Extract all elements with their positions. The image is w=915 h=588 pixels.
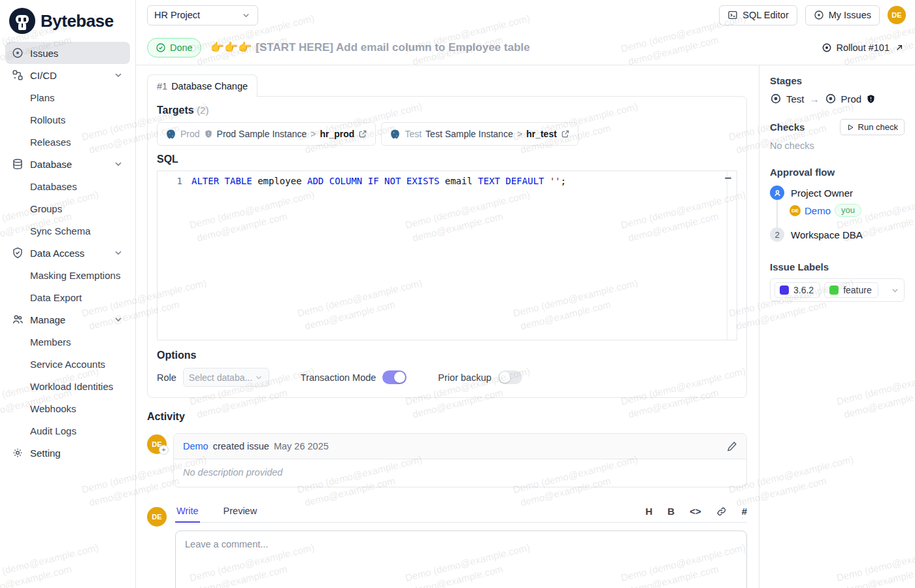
sidebar-item-plans[interactable]: Plans [5,86,130,108]
user-avatar[interactable]: DE [888,6,906,24]
plus-badge-icon: + [159,445,169,455]
sidebar-item-rollouts[interactable]: Rollouts [5,108,130,131]
users-icon [12,314,24,325]
issue-sidebar: Stages Test → Prod Checks Run check [759,65,915,588]
transaction-mode-toggle[interactable] [382,370,407,384]
sql-heading: SQL [157,154,737,165]
approver-person-icon [770,186,784,200]
app-name: Bytebase [41,11,114,31]
topbar: HR Project SQL Editor My Issues DE [136,0,915,30]
options-heading: Options [157,350,737,361]
label-color-swatch [829,286,839,295]
hash-format-icon[interactable]: # [742,506,747,517]
sidebar-item-webhooks[interactable]: Webhooks [5,397,130,419]
link-format-icon[interactable] [716,506,727,517]
sidebar-item-members[interactable]: Members [5,331,130,353]
activity-body: No description provided [174,459,746,487]
sidebar-item-groups[interactable]: Groups [5,197,130,220]
stage-test[interactable]: Test [786,93,805,105]
tab-database-change[interactable]: #1 Database Change [147,74,258,97]
role-select[interactable]: Select databa... [183,368,269,387]
activity-author-link[interactable]: Demo [183,441,208,451]
comment-composer: DE Write Preview H B <> # [147,506,747,588]
label-chip-feature[interactable]: feature [824,282,878,298]
sidebar-item-releases[interactable]: Releases [5,131,130,153]
label-chip-version[interactable]: 3.6.2 [774,282,820,298]
sql-editor-button[interactable]: SQL Editor [719,5,797,25]
postgresql-icon [165,129,176,140]
role-label: Role [157,372,176,383]
pointing-hand-emoji: 👉👉👉 [210,41,252,54]
targets-heading: Targets (2) [157,105,737,116]
sql-editor[interactable]: 1 ALTER TABLE employee ADD COLUMN IF NOT… [157,171,737,340]
approver-name-link[interactable]: Demo [805,205,831,216]
activity-date: May 26 2025 [274,441,329,451]
sql-code[interactable]: ALTER TABLE employee ADD COLUMN IF NOT E… [190,171,737,340]
sidebar-item-data-export[interactable]: Data Export [5,286,130,308]
status-badge: Done [147,38,201,57]
sql-line-number: 1 [158,171,190,340]
run-check-button[interactable]: Run check [840,119,905,135]
checks-header: Checks Run check [770,119,905,135]
sql-scrollbar-gutter [727,171,727,340]
rollout-link[interactable]: Rollout #101 [822,42,905,53]
chevron-down-icon [890,286,900,295]
sidebar-item-setting[interactable]: Setting [5,442,130,464]
target-hr-prod[interactable]: Prod Prod Sample Instance > hr_prod [157,122,376,146]
composer-main: Write Preview H B <> # [175,506,747,588]
sidebar-item-manage[interactable]: Manage [5,308,130,331]
sidebar-item-workload-identities[interactable]: Workload Identities [5,375,130,397]
composer-avatar-wrap: DE [147,506,175,588]
sidebar-item-databases[interactable]: Databases [5,175,130,197]
issue-dot-icon [814,10,824,20]
my-issues-button[interactable]: My Issues [805,5,880,25]
checks-heading: Checks [770,122,805,133]
heading-format-icon[interactable]: H [645,506,652,517]
prior-backup-toggle[interactable] [498,370,522,384]
collapse-editor-icon[interactable] [723,175,735,184]
check-circle-icon [156,42,166,53]
database-icon [12,158,24,170]
body-row: #1 Database Change Targets (2) Prod Prod… [136,65,915,588]
sidebar-item-masking-exemptions[interactable]: Masking Exemptions [5,264,130,286]
sidebar-item-audit-logs[interactable]: Audit Logs [5,419,130,442]
sidebar-item-data-access[interactable]: Data Access [5,242,130,264]
sidebar-item-service-accounts[interactable]: Service Accounts [5,353,130,375]
approval-flow-heading: Approval flow [770,167,905,178]
code-format-icon[interactable]: <> [690,506,701,517]
shield-check-icon [12,247,24,259]
content-column: HR Project SQL Editor My Issues DE Done [136,0,915,588]
play-icon [846,123,854,131]
approval-role: Workspace DBA [791,229,863,240]
sidebar-item-cicd[interactable]: CI/CD [5,64,130,86]
bold-format-icon[interactable]: B [667,506,674,517]
target-hr-test[interactable]: Test Test Sample Instance > hr_test [381,122,578,146]
comment-input[interactable] [175,531,747,588]
postgresql-icon [390,129,401,140]
sidebar-item-database[interactable]: Database [5,153,130,175]
workflow-icon [12,69,24,81]
activity-entry: DE + Demo created issue May 26 2025 No d… [147,433,747,487]
sidebar-item-issues[interactable]: Issues [5,42,130,64]
sidebar: Bytebase Issues CI/CD Plans Rollouts Rel… [0,0,136,588]
stage-prod[interactable]: Prod [841,93,862,105]
external-link-icon [358,129,367,139]
composer-toolbar: H B <> # [645,506,747,522]
issue-labels-select[interactable]: 3.6.2 feature [770,278,905,302]
arrow-up-right-icon [894,42,905,53]
bytebase-logo-icon [9,8,35,34]
project-selector[interactable]: HR Project [147,5,258,25]
edit-pencil-icon[interactable] [727,441,737,451]
bytebase-logo[interactable]: Bytebase [0,5,135,42]
stages-row: Test → Prod [770,93,905,105]
stage-dot-icon[interactable] [825,93,837,105]
main-panel: #1 Database Change Targets (2) Prod Prod… [136,65,759,588]
chevron-down-icon [113,314,124,325]
composer-tabs: Write Preview H B <> # [175,506,747,523]
label-color-swatch [780,286,789,295]
tab-write[interactable]: Write [175,506,200,522]
rollout-dot-icon [822,42,832,53]
tab-preview[interactable]: Preview [222,506,259,522]
stage-dot-icon[interactable] [770,93,782,105]
sidebar-item-sync-schema[interactable]: Sync Schema [5,220,130,242]
